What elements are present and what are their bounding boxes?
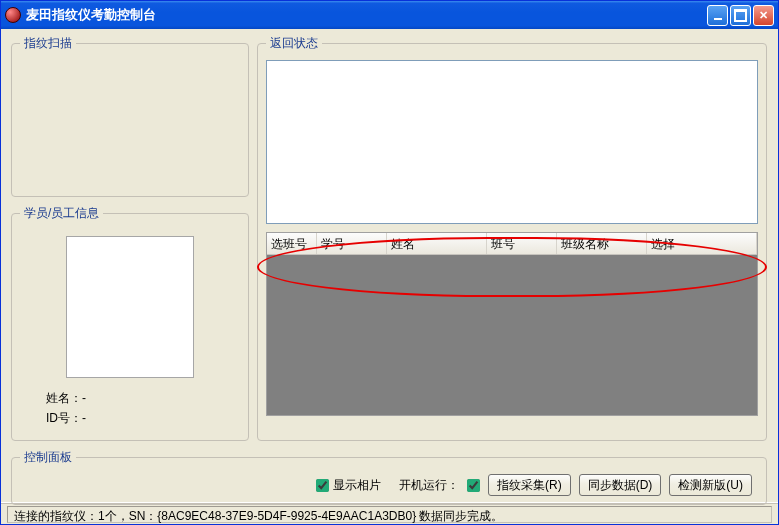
- maximize-button[interactable]: [730, 5, 751, 26]
- control-row: 显示相片 开机运行： 指纹采集(R) 同步数据(D) 检测新版(U): [20, 474, 758, 496]
- col-class-name[interactable]: 班级名称: [557, 233, 647, 254]
- fingerprint-collect-button[interactable]: 指纹采集(R): [488, 474, 571, 496]
- app-icon: [5, 7, 21, 23]
- col-select[interactable]: 选择: [647, 233, 757, 254]
- control-panel-legend: 控制面板: [20, 449, 76, 466]
- show-photo-checkbox[interactable]: 显示相片: [316, 477, 381, 494]
- statusbar: 连接的指纹仪：1个，SN：{8AC9EC48-37E9-5D4F-9925-4E…: [1, 502, 778, 524]
- col-select-class-no[interactable]: 选班号: [267, 233, 317, 254]
- boot-run-label: 开机运行：: [399, 477, 459, 494]
- name-label: 姓名：-: [46, 390, 240, 407]
- window-buttons: [707, 5, 774, 26]
- fingerprint-scan-group: 指纹扫描: [11, 35, 249, 197]
- titlebar: 麦田指纹仪考勤控制台: [1, 1, 778, 29]
- control-panel-group: 控制面板 显示相片 开机运行： 指纹采集(R) 同步数据(D) 检测新版(U): [11, 449, 767, 505]
- employee-info-legend: 学员/员工信息: [20, 205, 103, 222]
- minimize-button[interactable]: [707, 5, 728, 26]
- client-area: 指纹扫描 学员/员工信息 姓名：- ID号：- 返回状态 选班号 学号 姓名 班…: [1, 29, 778, 502]
- boot-run-checkbox[interactable]: [467, 479, 480, 492]
- return-status-legend: 返回状态: [266, 35, 322, 52]
- return-status-group: 返回状态 选班号 学号 姓名 班号 班级名称 选择: [257, 35, 767, 441]
- data-grid[interactable]: 选班号 学号 姓名 班号 班级名称 选择: [266, 232, 758, 416]
- close-button[interactable]: [753, 5, 774, 26]
- col-class-no[interactable]: 班号: [487, 233, 557, 254]
- show-photo-label: 显示相片: [333, 477, 381, 494]
- grid-header: 选班号 学号 姓名 班号 班级名称 选择: [267, 233, 757, 255]
- window-title: 麦田指纹仪考勤控制台: [26, 6, 707, 24]
- col-student-no[interactable]: 学号: [317, 233, 387, 254]
- sync-data-button[interactable]: 同步数据(D): [579, 474, 662, 496]
- status-text: 连接的指纹仪：1个，SN：{8AC9EC48-37E9-5D4F-9925-4E…: [7, 506, 772, 523]
- fingerprint-scan-legend: 指纹扫描: [20, 35, 76, 52]
- boot-run-input[interactable]: [467, 479, 480, 492]
- status-textarea[interactable]: [266, 60, 758, 224]
- employee-info-group: 学员/员工信息 姓名：- ID号：-: [11, 205, 249, 441]
- check-update-button[interactable]: 检测新版(U): [669, 474, 752, 496]
- col-name[interactable]: 姓名: [387, 233, 487, 254]
- id-label: ID号：-: [46, 410, 240, 427]
- show-photo-input[interactable]: [316, 479, 329, 492]
- photo-box: [66, 236, 194, 378]
